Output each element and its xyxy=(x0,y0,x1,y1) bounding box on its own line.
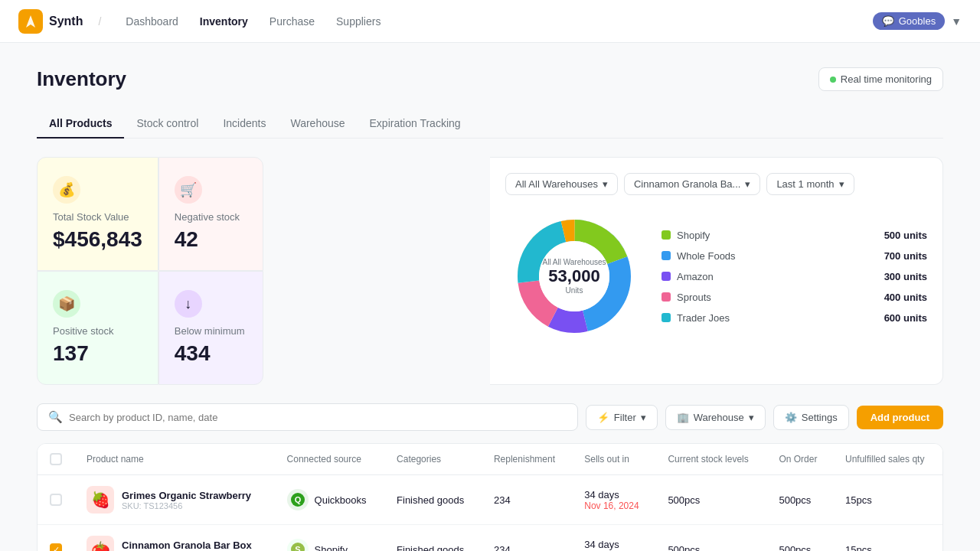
settings-button[interactable]: ⚙️ Settings xyxy=(773,405,849,430)
stock-2: 500pcs xyxy=(655,525,766,552)
user-badge[interactable]: 💬 Goobles xyxy=(873,12,945,30)
unfulfilled-2: 15pcs xyxy=(833,525,942,552)
tab-warehouse[interactable]: Warehouse xyxy=(278,109,357,139)
select-all-checkbox[interactable] xyxy=(50,453,62,465)
filter-icon: ⚡ xyxy=(597,412,609,423)
stat-label-below: Below minimum xyxy=(175,325,247,337)
filter-period[interactable]: Last 1 month ▾ xyxy=(766,173,854,195)
stat-icon-currency: 💰 xyxy=(53,176,80,204)
legend-value-amazon: 300 units xyxy=(884,271,927,282)
source-name-2: Shopify xyxy=(315,544,348,552)
logo-icon xyxy=(18,9,43,34)
unfulfilled-1: 15pcs xyxy=(833,475,942,525)
on-order-1: 500pcs xyxy=(766,475,833,525)
nav-links: Dashboard Inventory Purchase Suppliers xyxy=(116,11,390,32)
realtime-button[interactable]: Real time monitoring xyxy=(818,67,943,91)
chevron-down-icon-2: ▾ xyxy=(745,178,750,190)
col-sells-out-in: Sells out in xyxy=(572,444,655,475)
nav-chevron-icon[interactable]: ▼ xyxy=(951,15,962,28)
stat-negative-stock: 🛒 Negative stock 42 xyxy=(158,157,263,271)
stat-total-stock-value: 💰 Total Stock Value $456,843 xyxy=(37,157,158,271)
warehouse-button[interactable]: 🏢 Warehouse ▾ xyxy=(665,405,766,430)
tab-expiration-tracking[interactable]: Expiration Tracking xyxy=(358,109,473,139)
category-1: Finished goods xyxy=(384,475,482,525)
row-1-checkbox[interactable] xyxy=(50,494,62,506)
legend-value-sprouts: 400 units xyxy=(884,292,927,303)
category-2: Finished goods xyxy=(384,525,482,552)
row-2-checkbox[interactable]: ✓ xyxy=(50,543,62,551)
settings-icon: ⚙️ xyxy=(785,412,797,423)
shopify-icon: S xyxy=(291,543,305,551)
filter-product[interactable]: Cinnamon Granola Ba... ▾ xyxy=(624,173,760,195)
donut-chart: All All Warehouses 53,000 Units xyxy=(505,207,643,345)
replenishment-2: 234 xyxy=(482,525,572,552)
legend-dot-traderjoes xyxy=(662,313,671,322)
stat-label-positive: Positive stock xyxy=(53,325,142,337)
sells-out-1: 34 days Nov 16, 2024 xyxy=(572,475,655,525)
legend-dot-amazon xyxy=(662,272,671,281)
product-table: Product name Connected source Categories… xyxy=(37,443,943,551)
user-icon: 💬 xyxy=(882,15,894,27)
col-stock-levels: Current stock levels xyxy=(655,444,766,475)
chart-legend: Shopify 500 units Whole Foods 700 units xyxy=(662,230,927,324)
stat-value-below: 434 xyxy=(175,341,247,366)
sells-out-2: 34 days Nov 16, 2024 xyxy=(572,525,655,552)
stat-value-positive: 137 xyxy=(53,341,142,366)
col-product-name: Product name xyxy=(74,444,275,475)
source-cell-1: Q Quickbooks xyxy=(287,489,373,510)
table-row: 🍓 Grimes Organic Strawberry SKU: TS12345… xyxy=(38,475,942,525)
filter-chevron-icon: ▾ xyxy=(641,412,646,423)
logo-text: Synth xyxy=(49,15,83,28)
col-replenishment: Replenishment xyxy=(482,444,572,475)
col-categories: Categories xyxy=(384,444,482,475)
date-1: Nov 16, 2024 xyxy=(584,500,643,511)
nav-purchase[interactable]: Purchase xyxy=(260,11,324,32)
legend-traderjoes: Trader Joes 600 units xyxy=(662,312,927,324)
filter-warehouse-label: All All Warehouses xyxy=(515,178,598,190)
legend-name-shopify: Shopify xyxy=(677,230,710,241)
table-row: ✓ 🍅 Cinnamon Granola Bar Box SKU: TS1234… xyxy=(38,525,942,552)
warehouse-label: Warehouse xyxy=(694,412,744,423)
legend-wholefoods: Whole Foods 700 units xyxy=(662,250,927,262)
add-product-button[interactable]: Add product xyxy=(857,406,943,429)
legend-shopify: Shopify 500 units xyxy=(662,230,927,241)
nav-dashboard[interactable]: Dashboard xyxy=(116,11,188,32)
search-icon: 🔍 xyxy=(48,410,63,424)
warehouse-icon: 🏢 xyxy=(677,412,689,423)
stat-positive-stock: 📦 Positive stock 137 xyxy=(37,271,158,385)
realtime-dot xyxy=(830,77,836,83)
chart-filters: All All Warehouses ▾ Cinnamon Granola Ba… xyxy=(505,173,927,195)
source-name-1: Quickbooks xyxy=(315,494,367,506)
search-input[interactable] xyxy=(69,412,567,423)
stat-label-total: Total Stock Value xyxy=(53,211,142,223)
legend-value-shopify: 500 units xyxy=(884,230,927,241)
filter-product-label: Cinnamon Granola Ba... xyxy=(634,178,740,190)
stock-1: 500pcs xyxy=(655,475,766,525)
product-cell-2: 🍅 Cinnamon Granola Bar Box SKU: TS123456 xyxy=(87,536,263,551)
user-name: Goobles xyxy=(899,15,936,27)
filter-label: Filter xyxy=(614,412,636,423)
stat-label-negative: Negative stock xyxy=(175,211,247,223)
realtime-label: Real time monitoring xyxy=(841,73,932,85)
legend-name-amazon: Amazon xyxy=(677,271,714,282)
legend-name-traderjoes: Trader Joes xyxy=(677,312,730,324)
tab-stock-control[interactable]: Stock control xyxy=(124,109,211,139)
nav-suppliers[interactable]: Suppliers xyxy=(327,11,390,32)
product-img-1: 🍓 xyxy=(87,486,114,514)
tab-incidents[interactable]: Incidents xyxy=(211,109,278,139)
tab-all-products[interactable]: All Products xyxy=(37,109,124,139)
stat-value-total: $456,843 xyxy=(53,227,142,252)
source-icon-1: Q xyxy=(287,489,309,510)
svg-text:Q: Q xyxy=(294,495,301,504)
chart-card: All All Warehouses ▾ Cinnamon Granola Ba… xyxy=(490,157,943,385)
chevron-down-icon: ▾ xyxy=(603,178,608,190)
filter-warehouse[interactable]: All All Warehouses ▾ xyxy=(505,173,618,195)
stats-grid: 💰 Total Stock Value $456,843 🛒 Negative … xyxy=(37,157,263,385)
page-title: Inventory xyxy=(37,67,126,91)
legend-name-wholefoods: Whole Foods xyxy=(677,250,736,262)
donut-center: All All Warehouses 53,000 Units xyxy=(543,258,606,295)
legend-amazon: Amazon 300 units xyxy=(662,271,927,282)
stat-icon-cart: 🛒 xyxy=(175,176,202,204)
filter-button[interactable]: ⚡ Filter ▾ xyxy=(586,405,658,430)
nav-inventory[interactable]: Inventory xyxy=(191,11,257,32)
